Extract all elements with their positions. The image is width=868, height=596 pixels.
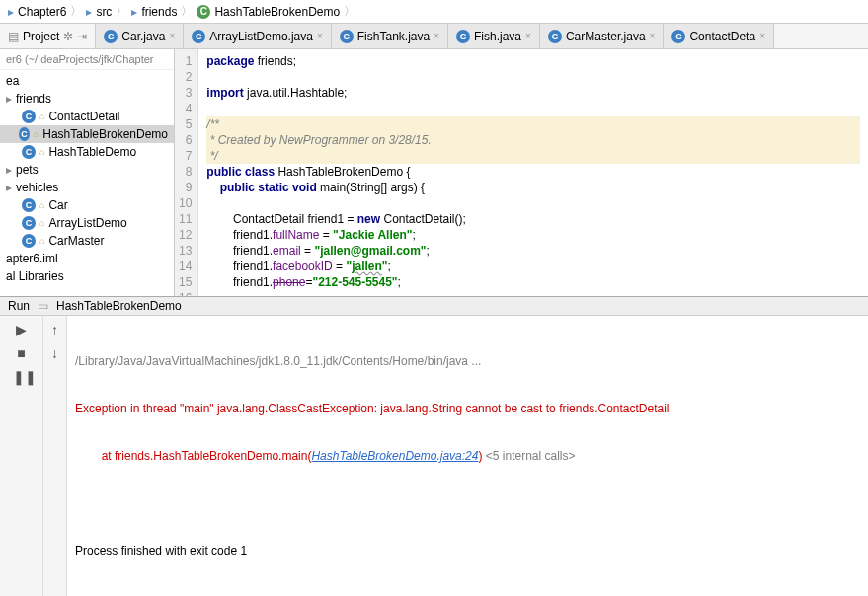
- tree-item[interactable]: C⌂CarMaster: [0, 232, 174, 250]
- editor-tab[interactable]: CCar.java×: [96, 24, 184, 48]
- run-config-name[interactable]: HashTableBrokenDemo: [56, 299, 182, 313]
- class-icon: C: [671, 30, 685, 43]
- tree-item[interactable]: C⌂Car: [0, 196, 174, 214]
- line-number[interactable]: 5: [179, 116, 192, 132]
- stop-button[interactable]: ■: [13, 345, 31, 361]
- tree-item[interactable]: ea: [0, 72, 174, 90]
- crumb[interactable]: Chapter6: [18, 5, 66, 19]
- editor-tab[interactable]: CFish.java×: [448, 24, 540, 48]
- tree-item[interactable]: apter6.iml: [0, 250, 174, 267]
- run-toolbar-2: ↑ ↓: [43, 316, 67, 596]
- crumb[interactable]: src: [96, 5, 112, 19]
- project-root[interactable]: er6 (~/IdeaProjects/jfk/Chapter: [0, 49, 174, 70]
- folder-icon: ▸: [86, 5, 92, 19]
- code-line[interactable]: public class HashTableBrokenDemo {: [198, 164, 868, 180]
- tree-label: pets: [16, 163, 39, 177]
- editor-tab[interactable]: CFishTank.java×: [332, 24, 448, 48]
- collapse-icon[interactable]: ⇥: [77, 30, 87, 43]
- close-icon[interactable]: ×: [317, 31, 323, 41]
- code-line[interactable]: friend1.facebookID = "jallen";: [198, 259, 868, 274]
- settings-icon[interactable]: ✲: [63, 30, 73, 43]
- down-icon[interactable]: ↓: [46, 345, 64, 361]
- project-tree[interactable]: er6 (~/IdeaProjects/jfk/Chapter ea▸frien…: [0, 49, 175, 296]
- main-area: er6 (~/IdeaProjects/jfk/Chapter ea▸frien…: [0, 49, 868, 296]
- tree-label: ea: [6, 74, 19, 88]
- close-icon[interactable]: ×: [759, 31, 765, 41]
- code-line[interactable]: */: [198, 148, 868, 164]
- line-number[interactable]: 4: [179, 101, 192, 116]
- console-output[interactable]: /Library/Java/JavaVirtualMachines/jdk1.8…: [67, 316, 868, 596]
- line-number[interactable]: 15: [179, 274, 192, 290]
- tree-label: HashTableBrokenDemo: [42, 127, 168, 141]
- run-toolbar: ▶ ■ ❚❚: [0, 316, 43, 596]
- lock-icon: ⌂: [39, 147, 44, 157]
- line-number[interactable]: 2: [179, 69, 192, 85]
- crumb[interactable]: HashTableBrokenDemo: [214, 5, 340, 19]
- project-icon: ▤: [8, 30, 19, 43]
- package-icon: ▸: [6, 163, 12, 177]
- close-icon[interactable]: ×: [434, 31, 439, 41]
- editor-tab[interactable]: CArrayListDemo.java×: [184, 24, 332, 48]
- code-line[interactable]: friend1.phone="212-545-5545";: [198, 274, 868, 290]
- code-line[interactable]: [198, 69, 868, 85]
- crumb[interactable]: friends: [141, 5, 177, 19]
- code-area[interactable]: package friends; import java.util.Hashta…: [198, 49, 868, 296]
- line-number[interactable]: 11: [179, 211, 192, 227]
- code-line[interactable]: package friends;: [198, 53, 868, 69]
- editor-tab[interactable]: CCarMaster.java×: [540, 24, 665, 48]
- line-number[interactable]: 7: [179, 148, 192, 164]
- tree-label: CarMaster: [48, 234, 104, 248]
- project-tool-button[interactable]: ▤ Project ✲ ⇥: [0, 24, 96, 48]
- line-number[interactable]: 14: [179, 259, 192, 274]
- code-line[interactable]: [198, 101, 868, 116]
- tree-item[interactable]: ▸friends: [0, 90, 174, 108]
- close-icon[interactable]: ×: [525, 31, 531, 41]
- editor-tab[interactable]: CContactDeta×: [664, 24, 774, 48]
- tree-item[interactable]: C⌂ContactDetail: [0, 108, 174, 125]
- tree-item[interactable]: al Libraries: [0, 267, 174, 285]
- console-line: [75, 495, 860, 511]
- class-icon: C: [22, 145, 36, 159]
- line-number[interactable]: 6: [179, 132, 192, 148]
- stacktrace-link[interactable]: HashTableBrokenDemo.java:24: [311, 449, 478, 463]
- tab-label: Car.java: [121, 30, 165, 43]
- line-number[interactable]: 13: [179, 243, 192, 259]
- run-tab-bar[interactable]: Run ▭ HashTableBrokenDemo: [0, 297, 868, 316]
- tree-item[interactable]: ▸vehicles: [0, 179, 174, 196]
- code-line[interactable]: friend1.fullName = "Jackie Allen";: [198, 227, 868, 243]
- tree-item[interactable]: ▸pets: [0, 161, 174, 179]
- code-line[interactable]: import java.util.Hashtable;: [198, 85, 868, 101]
- up-icon[interactable]: ↑: [46, 322, 64, 337]
- project-label: Project: [23, 30, 59, 43]
- line-number[interactable]: 1: [179, 53, 192, 69]
- pause-button[interactable]: ❚❚: [13, 369, 31, 385]
- line-number[interactable]: 12: [179, 227, 192, 243]
- line-number[interactable]: 8: [179, 164, 192, 180]
- tree-label: al Libraries: [6, 269, 64, 283]
- close-icon[interactable]: ×: [169, 31, 175, 41]
- class-icon: C: [19, 127, 30, 141]
- tab-label: ArrayListDemo.java: [209, 30, 313, 43]
- run-panel: Run ▭ HashTableBrokenDemo ▶ ■ ❚❚ ↑ ↓ /Li…: [0, 296, 868, 596]
- tree-item[interactable]: C⌂HashTableDemo: [0, 143, 174, 161]
- code-line[interactable]: friend1.email = "jallen@gmail.com";: [198, 243, 868, 259]
- close-icon[interactable]: ×: [650, 31, 656, 41]
- tree-item[interactable]: C⌂ArrayListDemo: [0, 214, 174, 232]
- breadcrumb-bar: ▸ Chapter6 〉 ▸ src 〉 ▸ friends 〉 C HashT…: [0, 0, 868, 24]
- line-number[interactable]: 9: [179, 180, 192, 195]
- line-number[interactable]: 3: [179, 85, 192, 101]
- tree-item[interactable]: C⌂HashTableBrokenDemo: [0, 125, 174, 143]
- code-line[interactable]: * Created by NewProgrammer on 3/28/15.: [198, 132, 868, 148]
- chevron-right-icon: 〉: [344, 3, 355, 20]
- toolbar: ▤ Project ✲ ⇥ CCar.java×CArrayListDemo.j…: [0, 24, 868, 49]
- run-body: ▶ ■ ❚❚ ↑ ↓ /Library/Java/JavaVirtualMach…: [0, 316, 868, 596]
- code-editor[interactable]: 1234567891011121314151617181920212223242…: [175, 49, 868, 296]
- code-line[interactable]: [198, 195, 868, 211]
- line-number[interactable]: 10: [179, 195, 192, 211]
- code-line[interactable]: /**: [198, 116, 868, 132]
- code-line[interactable]: ContactDetail friend1 = new ContactDetai…: [198, 211, 868, 227]
- code-line[interactable]: public static void main(String[] args) {: [198, 180, 868, 195]
- rerun-button[interactable]: ▶: [13, 322, 31, 337]
- line-gutter[interactable]: 1234567891011121314151617181920212223242…: [175, 49, 198, 296]
- run-tab-label[interactable]: Run: [8, 299, 30, 313]
